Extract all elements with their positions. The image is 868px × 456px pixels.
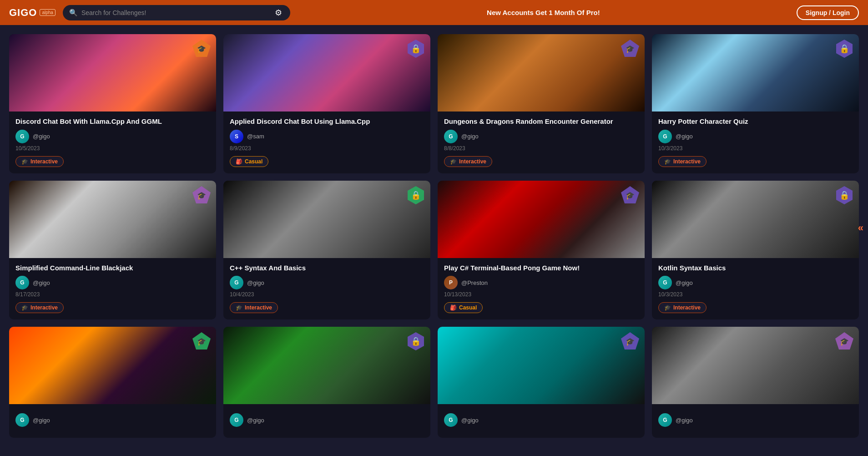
card-image: 🔒: [223, 327, 430, 404]
avatar: G: [230, 413, 243, 427]
difficulty-badge: 🎓: [620, 185, 640, 205]
svg-text:🔒: 🔒: [839, 44, 850, 54]
author-name: @gigo: [676, 133, 693, 140]
author-name: @gigo: [33, 279, 50, 286]
card-title: Harry Potter Character Quiz: [658, 117, 853, 126]
card-image: 🔒: [652, 181, 859, 258]
challenge-card[interactable]: 🔒 Applied Discord Chat Bot Using Llama.C…: [223, 34, 430, 173]
avatar: G: [658, 130, 672, 143]
card-body: Kotlin Syntax Basics G @gigo 10/3/2023 🎓…: [652, 258, 859, 320]
card-title: Play C# Terminal-Based Pong Game Now!: [444, 263, 638, 273]
search-bar: 🔍 ⚙: [63, 5, 290, 20]
card-title: Dungeons & Dragons Random Encounter Gene…: [444, 117, 638, 126]
logo-alpha: alpha: [40, 9, 55, 16]
challenge-card[interactable]: 🔒 C++ Syntax And Basics G @gigo 10/4/202…: [223, 181, 430, 320]
filter-button[interactable]: ⚙: [273, 8, 284, 18]
challenge-card[interactable]: 🔒 G @gigo: [223, 327, 430, 438]
promo-text: New Accounts Get 1 Month Of Pro!: [298, 9, 789, 16]
author-name: @Preston: [461, 279, 488, 286]
card-body: G @gigo: [438, 404, 645, 438]
card-body: Harry Potter Character Quiz G @gigo 10/3…: [652, 111, 859, 173]
author-name: @gigo: [247, 279, 264, 286]
tag-label: Interactive: [245, 304, 272, 311]
svg-text:🎓: 🎓: [197, 337, 206, 346]
date-label: 8/17/2023: [15, 291, 210, 298]
card-image: 🎓: [652, 327, 859, 404]
avatar: G: [658, 276, 672, 289]
tag-label: Casual: [459, 304, 477, 311]
card-body: C++ Syntax And Basics G @gigo 10/4/2023 …: [223, 258, 430, 320]
svg-text:🎓: 🎓: [197, 191, 206, 200]
tag-label: Interactive: [673, 158, 701, 165]
tag-icon: 🎓: [21, 304, 28, 311]
author-name: @gigo: [461, 417, 479, 424]
challenge-card[interactable]: 🎓 Simplified Command-Line Blackjack G @g…: [9, 181, 216, 320]
card-image: 🔒: [223, 181, 430, 258]
author-name: @gigo: [33, 133, 50, 140]
card-title: Discord Chat Bot With Llama.Cpp And GGML: [15, 117, 210, 126]
card-body: Discord Chat Bot With Llama.Cpp And GGML…: [9, 111, 216, 173]
challenge-card[interactable]: 🔒 Kotlin Syntax Basics G @gigo 10/3/2023…: [652, 181, 859, 320]
author-name: @gigo: [247, 417, 264, 424]
tag-icon: 🎓: [236, 304, 242, 311]
challenge-card[interactable]: 🎓 Discord Chat Bot With Llama.Cpp And GG…: [9, 34, 216, 173]
card-title: C++ Syntax And Basics: [230, 263, 424, 273]
author-name: @sam: [247, 133, 264, 140]
svg-text:🎓: 🎓: [626, 45, 635, 53]
card-meta: G @gigo: [15, 130, 210, 143]
card-meta: S @sam: [230, 130, 424, 143]
card-image: 🎓: [438, 327, 645, 404]
svg-text:🔒: 🔒: [839, 190, 850, 200]
challenge-card[interactable]: 🎓 G @gigo: [9, 327, 216, 438]
tag-label: Interactive: [673, 304, 701, 311]
card-title: Applied Discord Chat Bot Using Llama.Cpp: [230, 117, 424, 126]
avatar: S: [230, 130, 243, 143]
challenge-card[interactable]: 🎓 G @gigo: [438, 327, 645, 438]
card-body: Simplified Command-Line Blackjack G @gig…: [9, 258, 216, 320]
card-image: 🎓: [9, 327, 216, 404]
avatar: G: [658, 413, 672, 427]
svg-text:🎓: 🎓: [626, 191, 635, 200]
difficulty-badge: 🔒: [834, 39, 854, 59]
card-body: G @gigo: [9, 404, 216, 438]
search-input[interactable]: [81, 9, 269, 16]
card-meta: G @gigo: [658, 130, 853, 143]
card-meta: G @gigo: [658, 276, 853, 289]
tag-badge: 🎓 Interactive: [444, 156, 492, 167]
main-content: 🎓 Discord Chat Bot With Llama.Cpp And GG…: [0, 25, 868, 447]
main-header: GIGO alpha 🔍 ⚙ New Accounts Get 1 Month …: [0, 0, 868, 25]
card-meta: P @Preston: [444, 276, 638, 289]
card-image: 🔒: [223, 34, 430, 111]
difficulty-badge: 🎓: [620, 39, 640, 59]
signup-button[interactable]: Signup / Login: [797, 5, 859, 20]
challenge-card[interactable]: 🎓 Play C# Terminal-Based Pong Game Now! …: [438, 181, 645, 320]
tag-icon: 🎓: [21, 158, 28, 165]
svg-text:🔒: 🔒: [411, 44, 421, 54]
date-label: 8/8/2023: [444, 145, 638, 152]
scroll-left-arrow[interactable]: «: [858, 222, 863, 234]
challenge-card[interactable]: 🔒 Harry Potter Character Quiz G @gigo 10…: [652, 34, 859, 173]
date-label: 10/3/2023: [658, 145, 853, 152]
card-title: Kotlin Syntax Basics: [658, 263, 853, 273]
tag-label: Interactive: [459, 158, 486, 165]
difficulty-badge: 🔒: [406, 331, 426, 351]
card-image: 🎓: [9, 181, 216, 258]
avatar: G: [444, 413, 458, 427]
card-meta: G @gigo: [230, 276, 424, 289]
tag-badge: 🎓 Interactive: [658, 156, 707, 167]
avatar: G: [230, 276, 243, 289]
difficulty-badge: 🎓: [192, 331, 212, 351]
challenge-card[interactable]: 🎓 Dungeons & Dragons Random Encounter Ge…: [438, 34, 645, 173]
card-meta: G @gigo: [444, 413, 638, 427]
author-name: @gigo: [461, 133, 479, 140]
card-meta: G @gigo: [15, 413, 210, 427]
tag-label: Interactive: [30, 304, 58, 311]
card-image: 🎓: [438, 181, 645, 258]
tag-icon: 🎓: [450, 158, 457, 165]
svg-text:🔒: 🔒: [411, 336, 421, 346]
author-name: @gigo: [676, 417, 693, 424]
logo[interactable]: GIGO alpha: [9, 7, 56, 19]
difficulty-badge: 🎓: [192, 39, 212, 59]
challenge-card[interactable]: 🎓 G @gigo: [652, 327, 859, 438]
difficulty-badge: 🎓: [192, 185, 212, 205]
